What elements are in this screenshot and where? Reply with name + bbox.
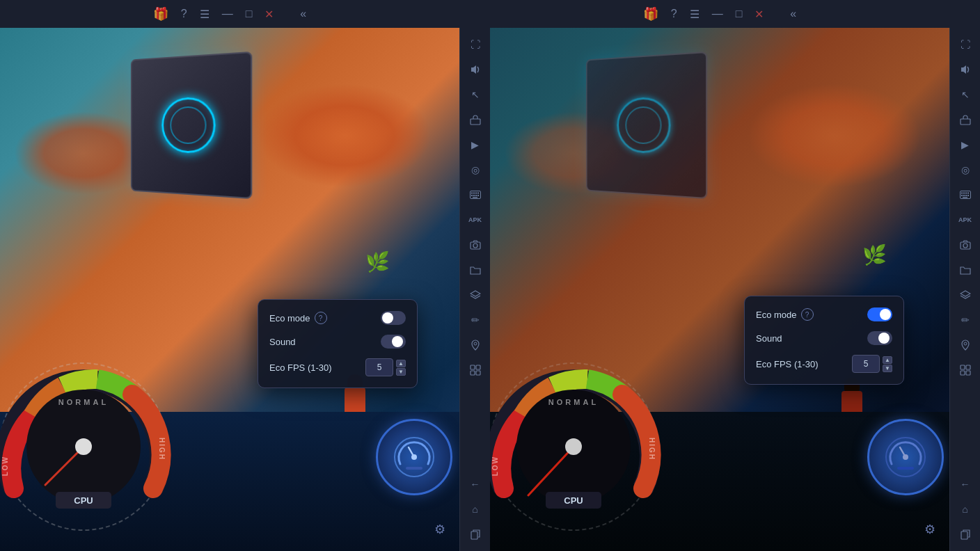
eco-mode-label-left: Eco mode (269, 313, 310, 324)
sidebar-home-left[interactable]: ⌂ (464, 498, 487, 520)
gauge-svg-right: CPU (490, 356, 664, 537)
sidebar-copy-right[interactable] (954, 523, 977, 545)
minimize-icon-left[interactable]: — (222, 8, 233, 20)
sidebar-stack-right[interactable] (954, 359, 977, 381)
eco-mode-toggle-right[interactable] (867, 308, 892, 321)
gear-icon-right[interactable]: ⚙ (924, 522, 935, 537)
gift-icon-left[interactable]: 🎁 (153, 6, 168, 22)
sidebar-keyboard-right[interactable] (954, 184, 977, 206)
fps-up-left[interactable]: ▲ (396, 360, 406, 367)
eco-mode-toggle-left[interactable] (381, 311, 406, 325)
sidebar-back-left[interactable]: ← (464, 473, 487, 495)
eco-popup-right: Eco mode ? Sound Eco FP (744, 296, 904, 385)
sidebar-location-right[interactable] (954, 334, 977, 356)
sidebar-cursor-left[interactable]: ↖ (464, 83, 487, 106)
close-icon-right[interactable]: ✕ (754, 8, 764, 21)
sidebar-volume-left[interactable] (464, 58, 487, 81)
svg-rect-25 (476, 365, 480, 369)
sidebar-volume-right[interactable] (954, 58, 977, 81)
svg-text:CPU: CPU (74, 495, 93, 506)
svg-rect-17 (473, 195, 475, 196)
back-icon-right[interactable]: « (790, 8, 796, 20)
sidebar-apk-right[interactable]: APK (954, 209, 977, 231)
right-game-panel: 🌿 Eco mode (490, 28, 949, 551)
sound-toggle-left[interactable] (381, 335, 406, 349)
svg-rect-13 (473, 193, 475, 194)
sidebar-target-left[interactable]: ◎ (464, 159, 487, 181)
svg-rect-57 (961, 532, 967, 539)
sidebar-brush-right[interactable]: ✏ (954, 309, 977, 331)
leaf-decoration-left: 🌿 (365, 250, 390, 273)
title-bar-right: 🎁 ? ☰ — □ ✕ « (459, 0, 980, 28)
sidebar-stack-left[interactable] (464, 359, 487, 381)
sidebar-home-right[interactable]: ⌂ (954, 498, 977, 520)
help-icon-right[interactable]: ? (671, 8, 677, 20)
svg-rect-42 (963, 193, 965, 194)
eco-info-icon-left[interactable]: ? (315, 312, 327, 324)
menu-icon-right[interactable]: ☰ (690, 8, 700, 21)
minimize-icon-right[interactable]: — (712, 8, 723, 20)
sidebar-camera-right[interactable] (954, 234, 977, 256)
sidebar-keyboard-left[interactable] (464, 184, 487, 206)
svg-rect-55 (961, 371, 965, 375)
sidebar-brush-left[interactable]: ✏ (464, 309, 487, 331)
normal-label-right: NORMAL (548, 398, 599, 406)
sidebar-back-right[interactable]: ← (954, 473, 977, 495)
fps-input-left[interactable] (365, 358, 393, 376)
eco-info-icon-right[interactable]: ? (801, 308, 814, 321)
fps-row-right: Eco FPS (1-30) ▲ ▼ (756, 355, 892, 373)
eco-mode-knob-left (382, 312, 393, 324)
svg-point-51 (963, 243, 967, 248)
gift-icon-right[interactable]: 🎁 (643, 6, 658, 22)
sidebar-fullscreen-left[interactable]: ⛶ (464, 33, 487, 56)
rock-shape-left (131, 51, 252, 199)
sidebar-play-left[interactable]: ▶ (464, 134, 487, 156)
right-panel-wrapper: 🌿 Eco mode (490, 28, 980, 551)
normal-label-left: NORMAL (58, 398, 109, 406)
fps-up-right[interactable]: ▲ (883, 356, 892, 364)
sidebar-location-left[interactable] (464, 334, 487, 356)
speedometer-button-right[interactable] (867, 419, 944, 495)
sidebar-toolbox-left[interactable] (464, 109, 487, 131)
main-area: 🌿 Eco mode (0, 28, 980, 551)
sidebar-apk-left[interactable]: APK (464, 209, 487, 231)
sidebar-copy-left[interactable] (464, 523, 487, 545)
back-icon-left[interactable]: « (300, 8, 306, 20)
sidebar-toolbox-right[interactable] (954, 109, 977, 131)
close-icon-left[interactable]: ✕ (264, 8, 274, 21)
speedometer-button-left[interactable] (376, 419, 452, 495)
svg-rect-39 (961, 119, 970, 125)
eco-mode-row-right: Eco mode ? (756, 308, 892, 321)
fps-down-left[interactable]: ▼ (396, 368, 406, 376)
sidebar-folder-left[interactable] (464, 259, 487, 281)
help-icon-left[interactable]: ? (181, 8, 187, 20)
svg-point-23 (474, 342, 477, 345)
fps-input-wrap-left: ▲ ▼ (365, 358, 406, 376)
sound-toggle-right[interactable] (867, 331, 892, 345)
right-sidebar: ⛶ ↖ ▶ ◎ (949, 28, 980, 551)
low-label-left: LOW (1, 456, 9, 476)
gear-icon-left[interactable]: ⚙ (434, 522, 445, 537)
maximize-icon-right[interactable]: □ (736, 8, 743, 20)
fps-input-right[interactable] (852, 355, 880, 373)
sidebar-target-right[interactable]: ◎ (954, 159, 977, 181)
sidebar-layers-left[interactable] (464, 284, 487, 306)
svg-rect-26 (471, 371, 475, 375)
sidebar-camera-left[interactable] (464, 234, 487, 256)
sidebar-fullscreen-right[interactable]: ⛶ (954, 33, 977, 56)
svg-rect-27 (476, 371, 480, 375)
fps-down-right[interactable]: ▼ (883, 365, 892, 372)
svg-rect-18 (475, 195, 477, 196)
sidebar-folder-right[interactable] (954, 259, 977, 281)
svg-rect-47 (965, 195, 967, 196)
svg-rect-46 (963, 195, 965, 196)
glowing-circle-left (161, 97, 215, 154)
sidebar-layers-right[interactable] (954, 284, 977, 306)
cpu-gauge-left: NORMAL LOW HIGH (0, 356, 174, 537)
fps-row-left: Eco FPS (1-30) ▲ ▼ (269, 358, 406, 376)
sidebar-play-right[interactable]: ▶ (954, 134, 977, 156)
sidebar-cursor-right[interactable]: ↖ (954, 83, 977, 106)
menu-icon-left[interactable]: ☰ (200, 8, 210, 21)
svg-point-3 (75, 438, 92, 455)
maximize-icon-left[interactable]: □ (246, 8, 253, 20)
